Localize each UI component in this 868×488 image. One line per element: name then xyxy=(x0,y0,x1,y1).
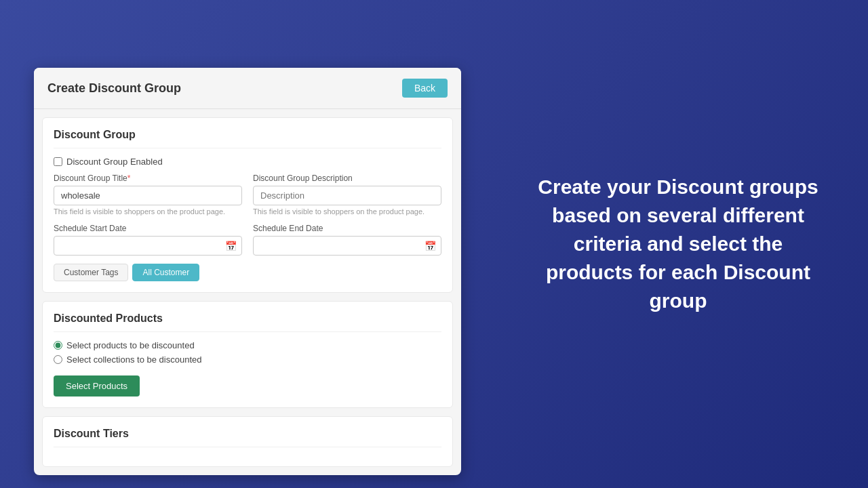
right-panel: Create your Discount groups based on sev… xyxy=(488,0,868,488)
enabled-label: Discount Group Enabled xyxy=(66,157,163,167)
left-panel: Create Discount Group Back Discount Grou… xyxy=(0,0,488,488)
title-input[interactable] xyxy=(54,186,242,205)
title-group: Discount Group Title* This field is visi… xyxy=(54,174,242,216)
end-date-input[interactable] xyxy=(253,236,441,256)
end-date-group: Schedule End Date 📅 xyxy=(253,224,441,256)
discounted-products-section: Discounted Products Select products to b… xyxy=(42,301,453,408)
collections-radio[interactable] xyxy=(54,355,62,364)
page-title: Create Discount Group xyxy=(47,81,181,96)
start-date-wrapper: 📅 xyxy=(54,236,242,256)
description-label: Discount Group Description xyxy=(253,174,441,183)
discount-tiers-title: Discount Tiers xyxy=(54,428,441,447)
discount-group-section-title: Discount Group xyxy=(54,129,441,148)
back-button[interactable]: Back xyxy=(402,79,448,98)
discount-group-section: Discount Group Discount Group Enabled Di… xyxy=(42,117,453,293)
promo-text: Create your Discount groups based on sev… xyxy=(529,173,827,315)
title-description-row: Discount Group Title* This field is visi… xyxy=(54,174,441,216)
schedule-row: Schedule Start Date 📅 Schedule End Date … xyxy=(54,224,441,256)
select-collections-radio-row: Select collections to be discounted xyxy=(54,354,441,365)
main-card: Create Discount Group Back Discount Grou… xyxy=(34,68,461,475)
products-radio[interactable] xyxy=(54,341,62,350)
description-hint: This field is visible to shoppers on the… xyxy=(253,207,441,216)
products-radio-label: Select products to be discounted xyxy=(66,340,195,350)
end-date-wrapper: 📅 xyxy=(253,236,441,256)
select-products-button[interactable]: Select Products xyxy=(54,375,140,396)
tag-row: Customer Tags All Customer xyxy=(54,264,441,281)
all-customer-button[interactable]: All Customer xyxy=(132,264,199,281)
start-date-label: Schedule Start Date xyxy=(54,224,242,233)
customer-tags-button[interactable]: Customer Tags xyxy=(54,264,128,281)
start-date-group: Schedule Start Date 📅 xyxy=(54,224,242,256)
description-group: Discount Group Description This field is… xyxy=(253,174,441,216)
discount-tiers-section: Discount Tiers xyxy=(42,416,453,467)
enabled-checkbox[interactable] xyxy=(54,157,62,166)
end-date-label: Schedule End Date xyxy=(253,224,441,233)
title-hint: This field is visible to shoppers on the… xyxy=(54,207,242,216)
collections-radio-label: Select collections to be discounted xyxy=(66,354,201,365)
description-input[interactable] xyxy=(253,186,441,205)
start-date-input[interactable] xyxy=(54,236,242,256)
discounted-products-title: Discounted Products xyxy=(54,312,441,332)
title-label: Discount Group Title* xyxy=(54,174,242,183)
card-header: Create Discount Group Back xyxy=(34,68,461,109)
select-products-radio-row: Select products to be discounted xyxy=(54,340,441,350)
enabled-checkbox-row: Discount Group Enabled xyxy=(54,157,441,167)
product-radio-group: Select products to be discounted Select … xyxy=(54,340,441,365)
